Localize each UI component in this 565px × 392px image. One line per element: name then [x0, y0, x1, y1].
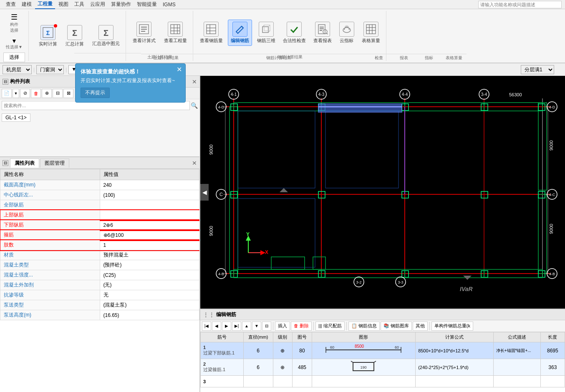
prop-value-6[interactable]: 1: [100, 240, 199, 250]
comp-delete-btn[interactable]: 🗑: [31, 89, 41, 98]
insert-btn[interactable]: 插入: [275, 322, 290, 331]
rebar-formula-2[interactable]: (240-2*25)+2*(75+1.9*d): [416, 359, 494, 376]
legality-check-btn[interactable]: 合法性检查: [280, 20, 308, 45]
prop-value-9[interactable]: (C25): [100, 270, 199, 280]
view-report-btn[interactable]: 查看报表: [311, 20, 334, 45]
component-tag[interactable]: GL-1 <1>: [2, 113, 30, 122]
nav-down-btn[interactable]: ▼: [252, 322, 261, 331]
menu-item-gongju[interactable]: 工具: [72, 0, 87, 9]
comp-list-close-btn[interactable]: ✕: [192, 78, 197, 85]
rebar-diameter-1[interactable]: 6: [243, 342, 273, 359]
prop-name-8: 混凝土类型: [0, 260, 100, 270]
select-mode-btn[interactable]: ▼ 性选择▼: [3, 36, 25, 52]
door-window-select[interactable]: 门窗洞: [36, 65, 64, 74]
menu-item-shitu[interactable]: 视图: [56, 0, 71, 9]
view-rebar-btn[interactable]: 查看钢筋量: [197, 20, 225, 45]
prop-name-12: 泵送类型: [0, 300, 100, 310]
top-menu-bar: 查查 建模 工程量 视图 工具 云应用 算量协作 智能提量 IGMS: [0, 0, 565, 9]
col-desc: 公式描述: [493, 332, 540, 342]
comp-more1-btn[interactable]: ⊟: [53, 89, 63, 98]
tooltip-close-btn[interactable]: ✕: [177, 65, 182, 73]
view-formula-btn[interactable]: 查看计算式: [130, 20, 158, 45]
prop-value-8[interactable]: (预拌砼): [100, 260, 199, 270]
rebar-row-1[interactable]: 1 过梁下部纵筋.1 6 ⊕ 80: [201, 342, 565, 359]
rebar-desc-1: 净长+锚固*锚固+...: [493, 342, 540, 359]
menu-item-chaguan[interactable]: 查查: [3, 0, 18, 9]
prop-value-5[interactable]: ⊕6@100: [100, 230, 199, 240]
rebar-3d-btn[interactable]: 钢筋三维: [255, 20, 278, 45]
rebar-figureno-2[interactable]: 485: [293, 359, 312, 376]
prop-value-0[interactable]: 240: [100, 180, 199, 190]
prop-value-12[interactable]: (混凝土泵): [100, 300, 199, 310]
prop-value-3[interactable]: [100, 210, 199, 220]
delete-btn[interactable]: 🗑 删除: [291, 322, 312, 331]
rebar-diameter-2[interactable]: 6: [243, 359, 273, 376]
props-tab-list[interactable]: 属性列表: [10, 158, 39, 168]
prop-name-5: 箍筋: [0, 230, 100, 240]
svg-text:8500: 8500: [355, 344, 364, 349]
props-tab-layer[interactable]: 图层管理: [40, 158, 69, 168]
svg-text:3-3: 3-3: [398, 280, 403, 284]
no-remind-btn[interactable]: 不再提示: [81, 88, 110, 98]
top-search-input[interactable]: [478, 1, 562, 8]
prop-value-4[interactable]: 2⊕6: [100, 220, 199, 230]
rebar-grade-1[interactable]: ⊕: [273, 342, 293, 359]
nav-next-btn[interactable]: ▶: [222, 322, 231, 331]
menu-item-jianmo[interactable]: 建模: [19, 0, 34, 9]
canvas-scroll-left[interactable]: ◀: [200, 184, 209, 201]
rebar-row-2[interactable]: 2 过梁箍筋.1 6 ⊕ 485: [201, 359, 565, 376]
comp-duplicate-btn[interactable]: ⊕: [42, 89, 52, 98]
total-calc-btn[interactable]: Σ 汇总计算: [63, 23, 86, 49]
rebar-library-btn[interactable]: 📚 钢筋图库: [381, 322, 412, 331]
rebar-info-btn[interactable]: 📋 钢筋信息: [348, 322, 380, 331]
comp-dropdown-btn[interactable]: ▼: [13, 89, 19, 98]
menu-item-suanliang-xiezuo[interactable]: 算量协作: [108, 0, 134, 9]
svg-text:4-B: 4-B: [218, 272, 224, 276]
nav-first-btn[interactable]: |◀: [202, 322, 211, 331]
prop-name-11: 抗渗等级: [0, 290, 100, 300]
col-diameter: 直径(mm): [243, 332, 273, 342]
prop-value-10[interactable]: (无): [100, 280, 199, 290]
comp-new-btn[interactable]: 📄: [2, 89, 12, 98]
cloud-index-btn[interactable]: 云指标: [337, 20, 357, 45]
floor-select[interactable]: 机房层: [3, 65, 32, 74]
other-btn[interactable]: 其他: [413, 322, 428, 331]
prop-value-2[interactable]: [100, 200, 199, 210]
nav-prev-btn[interactable]: ◀: [212, 322, 221, 331]
sidebar-toggle-btn[interactable]: ☰ 构件选择: [3, 11, 25, 35]
table-calc-btn[interactable]: 表格算量: [359, 20, 383, 45]
layer-select[interactable]: 分层满1: [521, 65, 554, 74]
total-weight-btn[interactable]: 单构件钢筋总重(k: [431, 322, 473, 331]
properties-panel: ⊟ 属性列表 图层管理 ✕ 属性名称 属性值: [0, 157, 199, 392]
prop-value-11[interactable]: 无: [100, 290, 199, 300]
nav-up-btn[interactable]: ▲: [242, 322, 251, 331]
rebar-length-1: 8695: [540, 342, 565, 359]
props-close-btn[interactable]: ✕: [192, 160, 197, 166]
select-btn[interactable]: 选择: [3, 53, 25, 62]
rebar-grade-2[interactable]: ⊕: [273, 359, 293, 376]
nav-last-btn[interactable]: ▶|: [232, 322, 241, 331]
svg-line-133: [351, 361, 353, 362]
prop-value-13[interactable]: (16.65): [100, 310, 199, 320]
menu-item-yunyingyong[interactable]: 云应用: [88, 0, 108, 9]
comp-copy-btn[interactable]: ⊘: [20, 89, 30, 98]
copy-row-btn[interactable]: ⊟: [262, 322, 271, 331]
rebar-row-3[interactable]: 3: [201, 376, 565, 387]
menu-item-igms[interactable]: IGMS: [160, 1, 178, 8]
tooltip-body: 开启实时计算,支持工程量及报表实时查看~: [81, 77, 180, 84]
menu-item-gongchengliang[interactable]: 工程量: [35, 0, 55, 9]
rebar-formula-1[interactable]: 8500+10*d+10*d+12.5*d: [416, 342, 494, 359]
view-engineering-btn[interactable]: 查看工程量: [161, 20, 189, 45]
menu-item-zhineng-tiliang[interactable]: 智能提量: [134, 0, 159, 9]
svg-text:3-2: 3-2: [356, 280, 361, 284]
rebar-figureno-1[interactable]: 80: [293, 342, 312, 359]
prop-value-7[interactable]: 预拌混凝土: [100, 250, 199, 260]
prop-name-0: 截面高度(mm): [0, 180, 100, 190]
scale-rebar-btn[interactable]: ||| 缩尺配筋: [315, 322, 345, 331]
edit-rebar-btn[interactable]: 编辑钢筋: [228, 20, 252, 46]
realtime-calc-btn[interactable]: Σ 实时计算: [36, 23, 60, 49]
total-select-calc-btn[interactable]: Σ 汇总选中图元: [90, 23, 122, 48]
comp-more2-btn[interactable]: ⊠: [63, 89, 73, 98]
svg-text:4-3: 4-3: [318, 92, 325, 97]
prop-value-1[interactable]: (100): [100, 190, 199, 200]
